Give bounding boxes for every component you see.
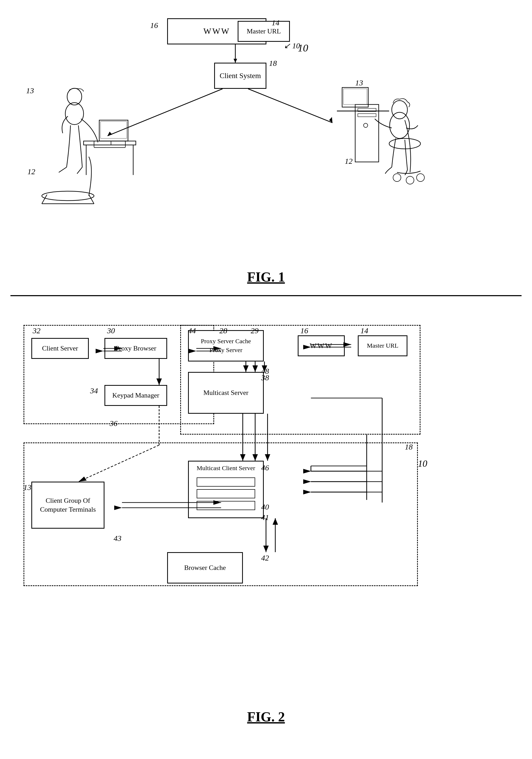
- svg-line-22: [77, 167, 82, 174]
- fig2-multicast-client-box: Multicast Client Server: [188, 461, 264, 518]
- fig2-master-url-box: Master URL: [358, 335, 407, 356]
- ref-42: 42: [261, 553, 269, 562]
- ref-30: 30: [107, 326, 115, 335]
- ref-48: 48: [261, 367, 269, 376]
- page: WWW Master URL Client System 16 14 10 18…: [0, 0, 532, 759]
- ref-44: 44: [188, 326, 196, 335]
- inner-box-1: [197, 477, 255, 487]
- fig2-browser-cache-box: Browser Cache: [167, 552, 243, 583]
- fig2-master-url-label: Master URL: [367, 341, 398, 350]
- svg-rect-15: [101, 121, 127, 139]
- ref-40: 40: [261, 502, 269, 511]
- fig2-proxy-browser-box: Proxy Browser: [104, 338, 167, 359]
- fig2-browser-cache-label: Browser Cache: [184, 563, 226, 572]
- ref-18-f2: 18: [405, 442, 413, 451]
- svg-point-37: [392, 100, 407, 119]
- svg-point-34: [406, 176, 414, 184]
- svg-rect-28: [344, 89, 367, 104]
- ref-46: 46: [261, 463, 269, 472]
- fig2-proxy-browser-label: Proxy Browser: [115, 344, 156, 353]
- svg-rect-23: [355, 104, 379, 162]
- inner-box-3: [197, 501, 255, 510]
- fig2-client-group-box: Client Group Of Computer Terminals: [31, 482, 104, 529]
- ref-10-f2: 10: [418, 458, 427, 469]
- fig2-client-server-box: Client Server: [31, 338, 89, 359]
- inner-box-2: [197, 489, 255, 498]
- fig1-human-right: [324, 73, 454, 198]
- fig2-diagram: Client Server Proxy Browser Proxy Server…: [11, 304, 521, 727]
- fig1-diagram: WWW Master URL Client System 16 14 10 18…: [11, 11, 521, 285]
- fig2-client-group-label: Client Group Of Computer Terminals: [32, 496, 104, 514]
- fig2-multicast-server-label: Multicast Server: [203, 388, 249, 397]
- proxy-server-line2: Proxy Server: [201, 346, 251, 355]
- svg-line-9: [89, 195, 94, 204]
- svg-line-21: [59, 167, 66, 172]
- ref-34: 34: [90, 386, 98, 395]
- fig1-master-url-box: Master URL: [238, 21, 290, 42]
- fig2-title: FIG. 2: [247, 709, 285, 724]
- fig1-www-label: WWW: [203, 26, 230, 37]
- ref-10-fig1: 10: [298, 42, 308, 54]
- svg-rect-18: [94, 141, 125, 147]
- svg-rect-14: [99, 120, 128, 141]
- fig2-multicast-client-label: Multicast Client Server: [197, 464, 255, 472]
- ref-18-fig1: 18: [269, 59, 277, 68]
- svg-point-26: [364, 123, 368, 128]
- ref-16-fig1: 16: [150, 21, 158, 30]
- fig2-www-label: WWW: [310, 341, 333, 350]
- svg-rect-25: [358, 114, 376, 117]
- fig1-title: FIG. 1: [247, 269, 285, 284]
- ref-41: 41: [261, 513, 269, 522]
- ref-36: 36: [110, 419, 117, 428]
- fig1-human-left: [26, 76, 143, 206]
- fig2-keypad-manager-label: Keypad Manager: [112, 391, 159, 400]
- svg-point-32: [393, 174, 401, 181]
- fig2-www-box: WWW: [298, 335, 345, 356]
- ref-13-f2: 13: [23, 483, 31, 492]
- fig1-client-system-box: Client System: [214, 63, 266, 89]
- svg-marker-1: [233, 59, 237, 63]
- svg-rect-11: [84, 141, 136, 145]
- svg-point-33: [417, 174, 425, 181]
- svg-point-19: [65, 103, 84, 125]
- ref-14-f2: 14: [360, 326, 368, 335]
- svg-point-7: [42, 191, 94, 201]
- fig1-master-url-label: Master URL: [247, 27, 281, 36]
- ref-32: 32: [33, 326, 40, 335]
- ref-29: 29: [251, 326, 259, 335]
- svg-line-4: [248, 89, 333, 123]
- svg-line-8: [42, 195, 47, 204]
- fig1-client-system-label: Client System: [220, 71, 261, 80]
- ref-28: 28: [220, 326, 227, 335]
- ref-14-fig1: 14: [271, 18, 279, 27]
- fig2-client-server-label: Client Server: [42, 344, 78, 353]
- ref-43: 43: [114, 534, 121, 543]
- fig2-multicast-server-box: Multicast Server: [188, 372, 264, 414]
- proxy-server-cache-line1: Proxy Server Cache: [201, 337, 251, 346]
- ref-16-f2: 16: [300, 326, 308, 335]
- fig2-keypad-manager-box: Keypad Manager: [104, 385, 167, 406]
